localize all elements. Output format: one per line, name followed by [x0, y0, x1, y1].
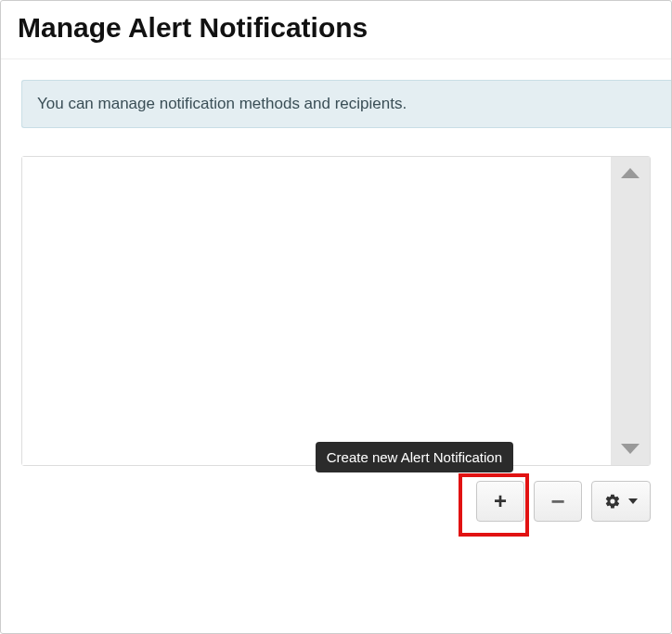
plus-icon: + — [494, 490, 507, 512]
info-banner: You can manage notification methods and … — [21, 80, 671, 128]
caret-down-icon — [628, 498, 638, 504]
info-banner-text: You can manage notification methods and … — [37, 95, 407, 112]
panel-manage-alert-notifications: Manage Alert Notifications You can manag… — [0, 0, 672, 634]
gear-icon — [604, 493, 621, 510]
notifications-list-content[interactable] — [22, 157, 611, 465]
list-toolbar: Create new Alert Notification + − — [21, 481, 651, 522]
page-title: Manage Alert Notifications — [18, 12, 654, 44]
notifications-list — [21, 156, 651, 466]
scroll-up-icon[interactable] — [621, 168, 640, 178]
add-button[interactable]: + — [476, 481, 524, 522]
scroll-down-icon[interactable] — [621, 444, 640, 454]
settings-button[interactable] — [591, 481, 651, 522]
remove-button[interactable]: − — [534, 481, 582, 522]
add-button-tooltip: Create new Alert Notification — [316, 442, 513, 472]
minus-icon: − — [550, 489, 564, 513]
scrollbar[interactable] — [611, 157, 650, 465]
